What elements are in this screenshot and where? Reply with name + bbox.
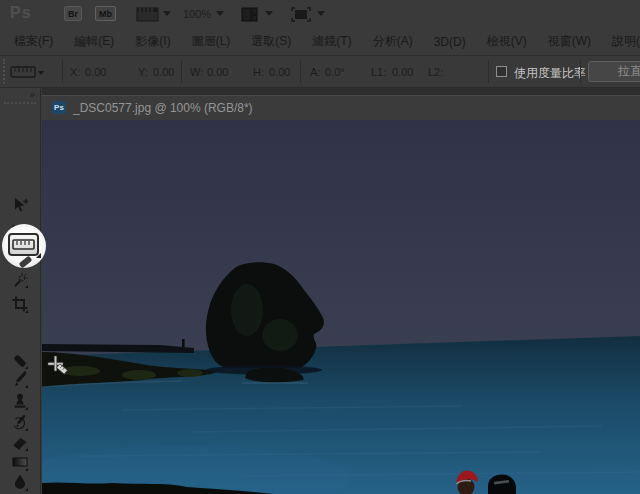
document-tab-title: _DSC0577.jpg @ 100% (RGB/8*) xyxy=(73,101,253,115)
y-value: 0.00 xyxy=(153,66,174,78)
options-separator xyxy=(300,60,301,83)
view-extras-icon[interactable] xyxy=(136,7,159,26)
tools-panel-grip[interactable] xyxy=(4,102,36,104)
ruler-tool-preset-icon[interactable] xyxy=(10,65,44,84)
menu-view[interactable]: 檢視(V) xyxy=(487,33,527,50)
use-measurement-scale-label: 使用度量比率 xyxy=(514,65,586,82)
document-file-icon: Ps xyxy=(52,101,66,114)
use-measurement-scale-checkbox[interactable] xyxy=(496,66,507,77)
angle-label: A: xyxy=(310,66,320,78)
w-label: W: xyxy=(190,66,203,78)
straighten-button[interactable]: 拉直 xyxy=(588,61,640,82)
sky xyxy=(42,120,640,366)
eraser-tool[interactable] xyxy=(10,432,30,452)
options-separator xyxy=(181,60,182,83)
h-label: H: xyxy=(253,66,264,78)
menu-file[interactable]: 檔案(F) xyxy=(14,33,53,50)
clone-stamp-tool[interactable] xyxy=(10,391,30,411)
move-tool[interactable] xyxy=(10,196,30,216)
options-separator xyxy=(62,60,63,83)
tool-flyout-corner-icon xyxy=(36,253,41,258)
screen-mode-caret-icon[interactable] xyxy=(317,11,325,16)
menu-bar: 檔案(F) 編輯(E) 影像(I) 圖層(L) 選取(S) 濾鏡(T) 分析(A… xyxy=(0,28,640,56)
distant-person xyxy=(182,339,185,347)
document-tab-bar: Ps _DSC0577.jpg @ 100% (RGB/8*) xyxy=(42,88,640,120)
angle-value: 0.0° xyxy=(325,66,345,78)
menu-analysis[interactable]: 分析(A) xyxy=(373,33,413,50)
mini-bridge-button[interactable]: Mb xyxy=(95,6,116,21)
y-label: Y: xyxy=(138,66,148,78)
arrange-documents-icon[interactable] xyxy=(241,7,258,26)
tool-options-bar: X: 0.00 Y: 0.00 W: 0.00 H: 0.00 A: 0.0° … xyxy=(0,56,640,88)
x-label: X: xyxy=(70,66,80,78)
quick-selection-tool[interactable] xyxy=(10,270,30,290)
collapse-panel-icon[interactable]: » xyxy=(29,89,34,100)
w-value: 0.00 xyxy=(207,66,228,78)
gradient-tool[interactable] xyxy=(10,452,30,472)
l1-value: 0.00 xyxy=(392,66,413,78)
ruler-tool[interactable] xyxy=(8,233,39,256)
screen-mode-icon[interactable] xyxy=(291,7,311,26)
photoshop-window: Ps Br Mb 100% xyxy=(0,0,640,494)
blur-tool[interactable] xyxy=(10,472,30,492)
spot-healing-brush-tool[interactable] xyxy=(10,350,30,370)
canvas-image[interactable] xyxy=(42,120,640,494)
menu-layer[interactable]: 圖層(L) xyxy=(192,33,231,50)
brush-tool[interactable] xyxy=(10,369,30,389)
photoshop-logo: Ps xyxy=(10,4,32,22)
islet-foam xyxy=(242,382,308,384)
menu-select[interactable]: 選取(S) xyxy=(251,33,291,50)
menu-3d[interactable]: 3D(D) xyxy=(434,35,466,49)
l1-label: L1: xyxy=(371,66,386,78)
crop-tool[interactable] xyxy=(10,294,30,314)
application-bar: Ps Br Mb 100% xyxy=(0,0,640,28)
ruler-tool-spotlight xyxy=(2,224,46,268)
menu-edit[interactable]: 編輯(E) xyxy=(74,33,114,50)
h-value: 0.00 xyxy=(269,66,290,78)
arrange-documents-caret-icon[interactable] xyxy=(265,11,273,16)
x-value: 0.00 xyxy=(85,66,106,78)
menu-image[interactable]: 影像(I) xyxy=(135,33,170,50)
menu-help[interactable]: 說明(H) xyxy=(612,33,640,50)
history-brush-tool[interactable] xyxy=(10,412,30,432)
tools-panel: » xyxy=(0,88,41,494)
zoom-level[interactable]: 100% xyxy=(183,8,211,20)
l2-label: L2: xyxy=(428,66,443,78)
options-separator xyxy=(580,60,581,83)
options-separator xyxy=(488,60,489,83)
menu-filter[interactable]: 濾鏡(T) xyxy=(312,33,351,50)
zoom-level-caret-icon[interactable] xyxy=(216,11,224,16)
menu-window[interactable]: 視窗(W) xyxy=(548,33,591,50)
options-bar-grip[interactable] xyxy=(3,59,5,84)
view-extras-caret-icon[interactable] xyxy=(163,11,171,16)
bridge-button[interactable]: Br xyxy=(64,6,82,21)
document-tab[interactable]: Ps _DSC0577.jpg @ 100% (RGB/8*) xyxy=(42,95,640,121)
